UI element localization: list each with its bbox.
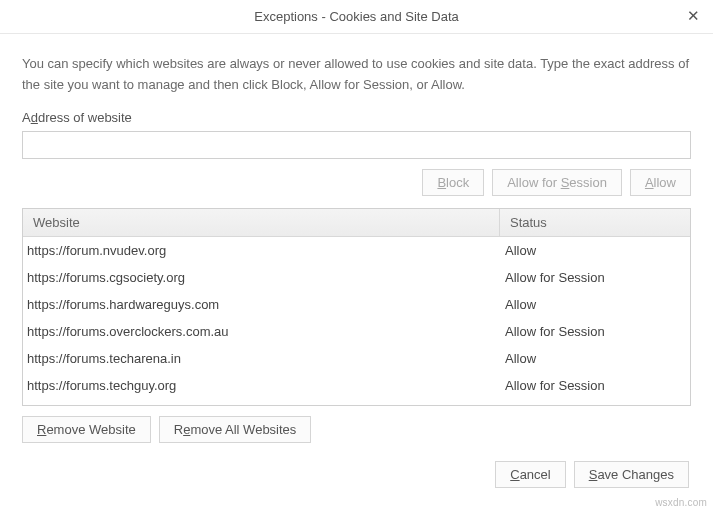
remove-website-button[interactable]: Remove Website	[22, 416, 151, 443]
action-button-row: Block Allow for Session Allow	[22, 169, 691, 196]
block-button[interactable]: Block	[422, 169, 484, 196]
col-status[interactable]: Status	[499, 209, 690, 236]
cell-status: Allow for Session	[499, 270, 690, 285]
cell-website: https://forum.nvudev.org	[23, 243, 499, 258]
cell-website: https://forums.overclockers.com.au	[23, 324, 499, 339]
cell-website: https://forums.techarena.in	[23, 351, 499, 366]
table-row[interactable]: https://forums.hardwareguys.comAllow	[23, 291, 690, 318]
allow-button[interactable]: Allow	[630, 169, 691, 196]
allow-session-button[interactable]: Allow for Session	[492, 169, 622, 196]
table-header: Website Status	[23, 209, 690, 237]
footer-left: Remove Website Remove All Websites	[22, 416, 691, 443]
cell-status: Allow	[499, 297, 690, 312]
cell-website: https://forums.cgsociety.org	[23, 270, 499, 285]
footer-right: Cancel Save Changes	[22, 461, 691, 488]
watermark: wsxdn.com	[655, 497, 707, 508]
cell-status: Allow for Session	[499, 378, 690, 393]
table-body[interactable]: https://forum.nvudev.orgAllowhttps://for…	[23, 237, 690, 405]
remove-all-button[interactable]: Remove All Websites	[159, 416, 312, 443]
exceptions-table: Website Status https://forum.nvudev.orgA…	[22, 208, 691, 406]
close-icon[interactable]: ✕	[683, 6, 703, 26]
address-label: Address of website	[22, 110, 691, 125]
dialog-content: You can specify which websites are alway…	[0, 34, 713, 500]
description-text: You can specify which websites are alway…	[22, 54, 691, 96]
table-row[interactable]: https://forums.techguy.orgAllow for Sess…	[23, 372, 690, 399]
cell-website: https://forums.techguy.org	[23, 378, 499, 393]
table-row[interactable]: https://forums.techarena.inAllow	[23, 345, 690, 372]
save-changes-button[interactable]: Save Changes	[574, 461, 689, 488]
table-row[interactable]: https://forum.nvudev.orgAllow	[23, 237, 690, 264]
titlebar: Exceptions - Cookies and Site Data ✕	[0, 0, 713, 34]
cell-status: Allow for Session	[499, 324, 690, 339]
address-input[interactable]	[22, 131, 691, 159]
table-row[interactable]: https://forums.overclockers.com.auAllow …	[23, 318, 690, 345]
cell-website: https://forums.hardwareguys.com	[23, 297, 499, 312]
cell-status: Allow	[499, 351, 690, 366]
cell-status: Allow	[499, 243, 690, 258]
table-row[interactable]: https://forums.cgsociety.orgAllow for Se…	[23, 264, 690, 291]
col-website[interactable]: Website	[23, 209, 499, 236]
cancel-button[interactable]: Cancel	[495, 461, 565, 488]
window-title: Exceptions - Cookies and Site Data	[254, 9, 459, 24]
